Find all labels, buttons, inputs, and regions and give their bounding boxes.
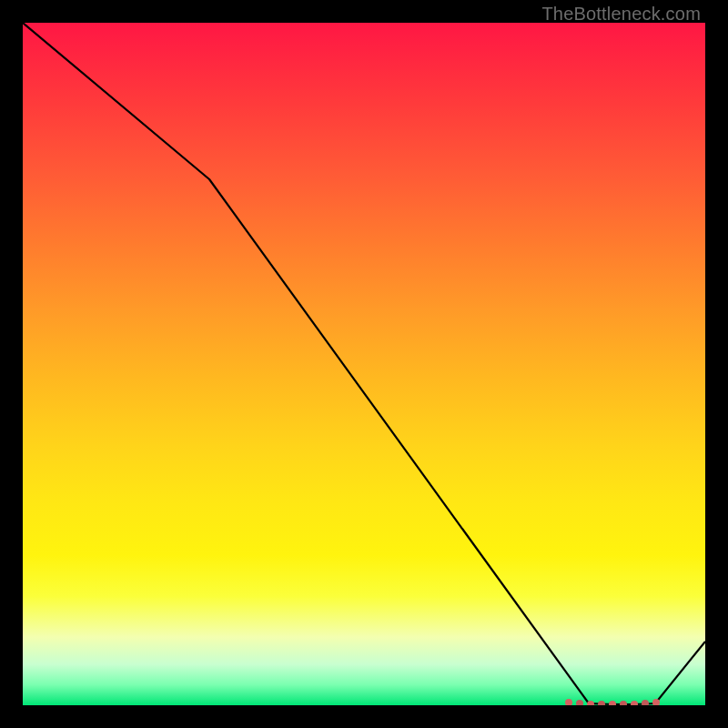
plot-area [23, 23, 705, 705]
minimum-knot-cluster [565, 699, 660, 705]
chart-overlay [23, 23, 705, 705]
knot-dot [620, 701, 627, 705]
knot-dot [631, 701, 638, 705]
knot-dot [609, 701, 616, 705]
knot-dot [576, 700, 583, 705]
attribution-label: TheBottleneck.com [541, 4, 701, 25]
chart-frame: TheBottleneck.com [0, 0, 728, 728]
knot-dot [565, 699, 572, 705]
bottleneck-curve [23, 23, 705, 704]
knot-dot [598, 701, 605, 705]
knot-dot [642, 700, 649, 705]
